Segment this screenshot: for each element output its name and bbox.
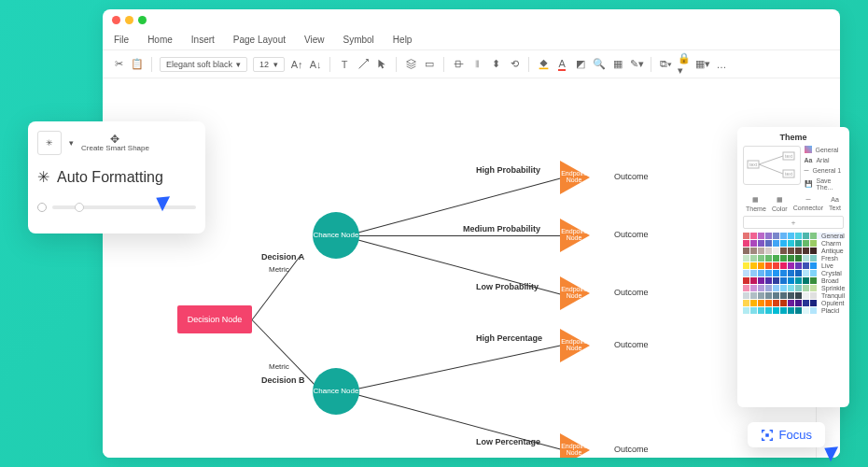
auto-format-label: Auto Formatting (57, 169, 163, 186)
color-chip (795, 233, 802, 239)
rotate-icon[interactable]: ⟲ (508, 58, 521, 71)
distribute-icon[interactable]: ⫴ (470, 58, 483, 71)
connector (252, 254, 302, 320)
close-dot[interactable] (112, 16, 120, 24)
color-chip (773, 300, 779, 306)
chance-node-b[interactable]: Chance Node (313, 368, 359, 415)
layers-icon[interactable] (404, 58, 417, 71)
auto-formatting-button[interactable]: ✳ Auto Formatting (37, 168, 196, 186)
crop-icon[interactable]: ◩ (574, 58, 587, 71)
more-icon[interactable]: … (715, 58, 728, 71)
color-chip (758, 285, 764, 291)
radio-off-icon[interactable] (37, 203, 47, 212)
grid-icon[interactable]: ▦▾ (696, 58, 709, 71)
color-chip (810, 277, 817, 284)
clipboard-icon[interactable]: 📋 (131, 58, 144, 71)
auto-format-slider[interactable] (52, 205, 196, 209)
create-smart-shape-button[interactable]: ✥ Create Smart Shape (81, 134, 149, 152)
tab-connector[interactable]: ─Connector (793, 196, 823, 212)
text-tool-icon[interactable]: T (338, 58, 351, 71)
color-scheme-row[interactable]: Live (743, 262, 844, 269)
color-chip (810, 292, 817, 299)
link-icon[interactable]: ⧉▾ (659, 58, 672, 71)
color-scheme-row[interactable]: Fresh (743, 255, 844, 262)
label-med-prob: Medium Probability (463, 224, 540, 234)
color-chip (765, 292, 772, 299)
color-scheme-row[interactable]: Broad (743, 277, 844, 284)
svg-text:text: text (785, 153, 793, 159)
color-chip (750, 300, 757, 306)
pointer-tool-icon[interactable] (375, 58, 388, 71)
color-chip (750, 233, 757, 239)
cut-icon[interactable]: ✂ (112, 58, 125, 71)
lock-icon[interactable]: 🔒▾ (678, 58, 691, 71)
canvas[interactable]: Decision Node Chance Node Chance Node De… (103, 78, 840, 458)
tab-text[interactable]: AaText (829, 196, 841, 212)
menu-insert[interactable]: Insert (191, 35, 215, 45)
line-style-icon[interactable]: ✎▾ (630, 58, 643, 71)
auto-format-burst-icon: ✳ (37, 168, 49, 186)
svg-text:text: text (785, 171, 793, 177)
menu-symbol[interactable]: Symbol (343, 35, 374, 45)
color-scheme-row[interactable]: Crystal (743, 270, 844, 276)
connector (357, 345, 565, 389)
color-chip (758, 270, 764, 276)
color-scheme-row[interactable]: Sprinkle (743, 285, 844, 291)
align-icon[interactable] (452, 58, 465, 71)
tab-color[interactable]: ▦Color (772, 196, 788, 212)
theme-save-button[interactable]: 💾Save The... (805, 177, 845, 191)
font-increase-icon[interactable]: A↑ (290, 58, 303, 71)
svg-rect-7 (765, 433, 769, 437)
color-scheme-row[interactable]: Tranquil (743, 292, 844, 299)
menu-file[interactable]: File (114, 35, 129, 45)
color-chip (765, 240, 772, 247)
menu-help[interactable]: Help (393, 35, 413, 45)
menu-view[interactable]: View (304, 35, 325, 45)
table-icon[interactable]: ▦ (611, 58, 624, 71)
color-chip (743, 307, 749, 314)
group-icon[interactable]: ▭ (423, 58, 436, 71)
color-scheme-row[interactable]: General (743, 233, 844, 239)
auto-format-small-icon[interactable]: ✳ (37, 131, 62, 155)
theme-preview-thumb[interactable]: texttexttext (743, 146, 801, 185)
color-chip (788, 285, 794, 291)
color-scheme-row[interactable]: Opulent (743, 300, 844, 306)
endpoint-label: Endpoint Node (560, 228, 588, 241)
font-family-select[interactable]: Elegant soft black▾ (160, 57, 247, 72)
menu-page-layout[interactable]: Page Layout (233, 35, 286, 45)
add-scheme-button[interactable]: ＋ (743, 216, 844, 229)
search-icon[interactable]: 🔍 (593, 58, 606, 71)
decision-node[interactable]: Decision Node (177, 305, 252, 333)
font-decrease-icon[interactable]: A↓ (309, 58, 322, 71)
chance-node-a[interactable]: Chance Node (313, 212, 359, 259)
color-chip (780, 262, 787, 269)
scheme-name: Placid (821, 307, 839, 314)
dropdown-caret-icon[interactable]: ▾ (69, 138, 74, 148)
color-chip (773, 255, 779, 262)
label-low-prob: Low Probability (476, 282, 539, 291)
theme-panel: Theme texttexttext General AaArial ─Gene… (737, 127, 849, 407)
color-scheme-row[interactable]: Antique (743, 248, 844, 254)
focus-button[interactable]: Focus (748, 422, 825, 447)
color-chip (750, 270, 757, 276)
minimize-dot[interactable] (125, 16, 133, 24)
menu-home[interactable]: Home (147, 35, 173, 45)
slider-handle[interactable] (75, 203, 84, 212)
color-chip (788, 277, 794, 284)
scheme-name: Opulent (821, 300, 845, 306)
color-chip (780, 277, 787, 284)
connector (359, 235, 560, 236)
connector-tool-icon[interactable] (357, 58, 370, 71)
fill-color-icon[interactable] (537, 58, 550, 71)
label-high-prob: High Probability (476, 165, 540, 175)
maximize-dot[interactable] (138, 16, 147, 24)
color-scheme-row[interactable]: Charm (743, 240, 844, 247)
color-chip (803, 285, 809, 291)
font-color-icon[interactable]: A (555, 58, 568, 71)
font-size-select[interactable]: 12▾ (253, 57, 285, 72)
tab-theme[interactable]: ▦Theme (746, 196, 766, 212)
toolbar: ✂ 📋 Elegant soft black▾ 12▾ A↑ A↓ T ▭ ⫴ … (103, 50, 840, 78)
color-chip (743, 240, 749, 247)
size-icon[interactable]: ⬍ (489, 58, 502, 71)
color-scheme-row[interactable]: Placid (743, 307, 844, 314)
